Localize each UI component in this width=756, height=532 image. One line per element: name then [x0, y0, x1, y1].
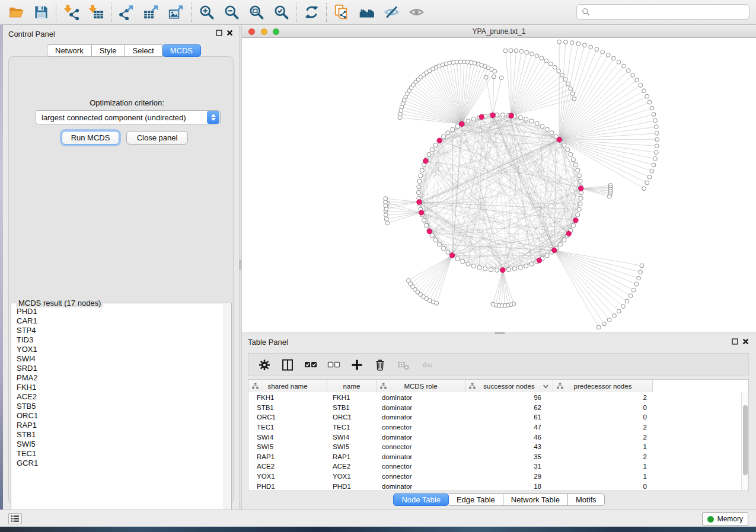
table-cell[interactable]: 62	[465, 404, 553, 411]
table-cell[interactable]: SWI4	[248, 434, 327, 441]
zoom-selected-icon[interactable]	[269, 2, 294, 23]
close-panel-button[interactable]: Close panel	[126, 131, 188, 145]
table-cell[interactable]: 0	[553, 414, 653, 421]
table-cell[interactable]: 31	[465, 463, 553, 470]
mcds-node-item[interactable]: TEC1	[11, 449, 224, 459]
mcds-node-item[interactable]: PHD1	[11, 307, 224, 316]
table-cell[interactable]: TEC1	[327, 424, 377, 431]
select-all-icon[interactable]	[301, 356, 320, 374]
table-cell[interactable]: dominator	[377, 453, 465, 460]
network-window-titlebar[interactable]: YPA_prune.txt_1	[242, 25, 756, 38]
deselect-all-icon[interactable]	[324, 356, 343, 374]
table-cell[interactable]: SWI5	[248, 443, 327, 450]
table-cell[interactable]: FKH1	[327, 394, 377, 401]
zoom-out-icon[interactable]	[219, 2, 244, 23]
table-cell[interactable]: 1	[553, 443, 653, 450]
table-cell[interactable]: YOX1	[248, 473, 327, 480]
mcds-node-item[interactable]: FKH1	[11, 383, 224, 392]
tab-select[interactable]: Select	[125, 44, 162, 57]
show-all-icon[interactable]	[404, 2, 429, 23]
column-header-predecessor-nodes[interactable]: predecessor nodes	[553, 380, 653, 392]
table-cell[interactable]: 2	[553, 434, 653, 441]
mcds-node-item[interactable]: GCR1	[11, 459, 224, 468]
import-table-icon[interactable]	[84, 2, 109, 23]
mcds-node-item[interactable]: SWI5	[11, 440, 224, 449]
mcds-node-item[interactable]: CAR1	[11, 316, 224, 326]
table-cell[interactable]: 0	[553, 404, 653, 411]
table-cell[interactable]: SWI4	[327, 434, 377, 441]
splitter-grabber[interactable]	[495, 332, 505, 334]
task-history-button[interactable]	[8, 513, 22, 524]
table-row[interactable]: SWI5SWI5connector431	[248, 442, 741, 452]
run-mcds-button[interactable]: Run MCDS	[62, 131, 119, 145]
table-cell[interactable]: 0	[553, 483, 653, 490]
table-cell[interactable]: ACE2	[248, 463, 327, 470]
mcds-node-item[interactable]: TID3	[11, 335, 224, 345]
open-file-icon[interactable]	[4, 2, 28, 23]
table-cell[interactable]: 96	[465, 394, 553, 401]
table-cell[interactable]: ORC1	[248, 414, 327, 421]
column-header-name[interactable]: name	[327, 380, 377, 392]
table-cell[interactable]: SWI5	[327, 443, 377, 450]
table-cell[interactable]: 35	[465, 453, 553, 460]
table-row[interactable]: PHD1PHD1dominator180	[248, 481, 741, 491]
table-row[interactable]: YOX1YOX1connector291	[248, 472, 741, 482]
table-cell[interactable]: 46	[465, 434, 553, 441]
table-cell[interactable]: RAP1	[327, 453, 377, 460]
table-row[interactable]: TEC1TEC1connector472	[248, 422, 741, 432]
table-scrollbar[interactable]	[741, 392, 748, 491]
float-window-icon[interactable]	[732, 338, 738, 345]
hide-selected-icon[interactable]	[379, 2, 404, 23]
table-cell[interactable]: connector	[377, 473, 465, 480]
close-panel-icon[interactable]	[742, 338, 749, 345]
memory-button[interactable]: Memory	[702, 512, 748, 525]
zoom-fit-icon[interactable]	[244, 2, 269, 23]
mcds-result-list[interactable]: PHD1CAR1STP4TID3YOX1SWI4SRD1PMA2FKH1ACE2…	[11, 307, 224, 520]
table-cell[interactable]: 2	[553, 424, 653, 431]
table-cell[interactable]: dominator	[377, 434, 465, 441]
mcds-node-item[interactable]: STB5	[11, 402, 224, 411]
table-cell[interactable]: connector	[377, 463, 465, 470]
table-cell[interactable]: YOX1	[327, 473, 377, 480]
table-cell[interactable]: connector	[377, 424, 465, 431]
settings-gear-icon[interactable]	[254, 356, 274, 374]
splitter-grabber[interactable]	[240, 260, 241, 270]
zoom-in-icon[interactable]	[194, 2, 219, 23]
mcds-node-item[interactable]: STP4	[11, 326, 224, 335]
table-cell[interactable]: 2	[553, 394, 653, 401]
table-cell[interactable]: connector	[377, 443, 465, 450]
tab-edge-table[interactable]: Edge Table	[449, 493, 503, 506]
mcds-node-item[interactable]: SWI4	[11, 354, 224, 364]
tab-network-table[interactable]: Network Table	[503, 493, 568, 506]
tab-network[interactable]: Network	[47, 44, 92, 57]
tab-node-table[interactable]: Node Table	[393, 493, 449, 506]
optimization-criterion-select[interactable]: largest connected component (undirected)	[35, 110, 221, 124]
table-cell[interactable]: dominator	[377, 483, 465, 490]
table-cell[interactable]: dominator	[377, 414, 465, 421]
table-row[interactable]: STB1STB1dominator620	[248, 403, 741, 413]
tab-motifs[interactable]: Motifs	[568, 493, 605, 506]
table-row[interactable]: ORC1ORC1dominator610	[248, 412, 741, 422]
table-row[interactable]: SWI4SWI4dominator462	[248, 432, 741, 442]
save-session-icon[interactable]	[28, 2, 53, 23]
mcds-node-item[interactable]: RAP1	[11, 421, 224, 430]
column-header-successor-nodes[interactable]: successor nodes	[465, 380, 553, 392]
export-network-icon[interactable]	[114, 2, 139, 23]
add-column-icon[interactable]	[347, 356, 366, 374]
float-window-icon[interactable]	[216, 30, 222, 36]
first-neighbors-icon[interactable]	[354, 2, 379, 23]
table-cell[interactable]: PHD1	[248, 483, 327, 490]
table-row[interactable]: FKH1FKH1dominator962	[248, 393, 741, 403]
table-cell[interactable]: FKH1	[248, 394, 327, 401]
table-cell[interactable]: ACE2	[327, 463, 377, 470]
mcds-node-item[interactable]: STB1	[11, 430, 224, 440]
column-header-shared-name[interactable]: shared name	[248, 380, 327, 392]
column-pane-icon[interactable]	[277, 356, 297, 374]
column-header-MCDS-role[interactable]: MCDS role	[377, 380, 465, 392]
table-cell[interactable]: RAP1	[248, 453, 327, 460]
table-cell[interactable]: ORC1	[327, 414, 377, 421]
tab-style[interactable]: Style	[92, 44, 125, 57]
table-cell[interactable]: 47	[465, 424, 553, 431]
table-cell[interactable]: 43	[465, 443, 553, 450]
table-cell[interactable]: dominator	[377, 394, 465, 401]
